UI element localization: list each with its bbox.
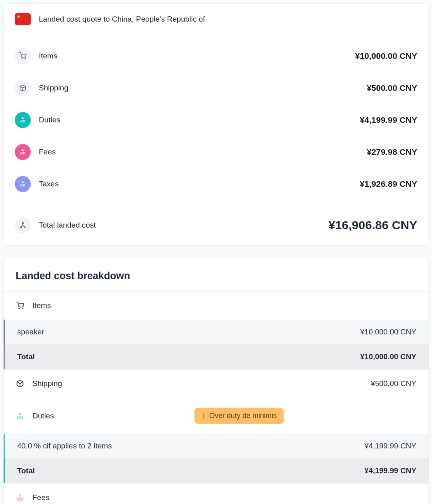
shapes-icon	[16, 412, 24, 420]
shapes-icon	[15, 112, 31, 128]
summary-label: Fees	[39, 148, 56, 156]
svg-rect-8	[23, 152, 25, 154]
summary-row-duties: Duties ¥4,199.99 CNY	[4, 104, 428, 136]
quote-header: Landed cost quote to China, People's Rep…	[4, 4, 428, 35]
cart-icon	[16, 302, 24, 310]
total-value: ¥16,906.86 CNY	[328, 218, 417, 232]
badge-text: Over duty de minimis	[209, 412, 277, 420]
summary-value: ¥4,199.99 CNY	[360, 115, 417, 125]
item-value: ¥10,000.00 CNY	[360, 328, 417, 336]
summary-label: Duties	[39, 116, 60, 124]
summary-row-items: Items ¥10,000.00 CNY	[4, 40, 428, 72]
breakdown-duties-total: Total ¥4,199.99 CNY	[4, 458, 428, 483]
svg-rect-11	[23, 184, 25, 186]
summary-value: ¥500.00 CNY	[367, 83, 417, 93]
summary-row-shipping: Shipping ¥500.00 CNY	[4, 72, 428, 104]
package-icon	[16, 380, 24, 388]
total-label: Total	[17, 466, 35, 475]
svg-point-15	[19, 308, 20, 309]
total-value: ¥4,199.99 CNY	[364, 466, 416, 475]
svg-point-0	[22, 58, 22, 59]
duty-desc: 40.0 % cif applies to 2 items	[17, 442, 112, 450]
breakdown-items-label: Items	[32, 301, 51, 310]
summary-value: ¥1,926.89 CNY	[360, 179, 417, 189]
hierarchy-icon	[15, 217, 31, 233]
shipping-label: Shipping	[32, 379, 62, 388]
svg-point-22	[17, 498, 19, 500]
item-name: speaker	[17, 328, 44, 336]
total-value: ¥10,000.00 CNY	[360, 352, 417, 361]
summary-label: Taxes	[39, 180, 59, 188]
svg-marker-3	[22, 117, 24, 119]
svg-marker-9	[22, 181, 24, 183]
breakdown-duty-row: 40.0 % cif applies to 2 items ¥4,199.99 …	[4, 434, 428, 458]
arrow-up-icon: ↑	[202, 412, 205, 420]
shapes-icon	[15, 144, 31, 160]
over-de-minimis-badge: ↑ Over duty de minimis	[194, 408, 284, 424]
breakdown-duties-head: Duties ↑ Over duty de minimis	[4, 398, 428, 434]
svg-point-1	[25, 58, 26, 59]
duty-value: ¥4,199.99 CNY	[364, 442, 416, 450]
duties-label: Duties	[32, 412, 54, 420]
breakdown-shipping-row: Shipping ¥500.00 CNY	[4, 369, 428, 398]
svg-rect-5	[23, 120, 25, 122]
shapes-icon	[15, 176, 31, 192]
breakdown-fees-head: Fees	[4, 483, 428, 504]
svg-point-7	[21, 152, 22, 154]
summary-row-taxes: Taxes ¥1,926.89 CNY	[4, 168, 428, 200]
svg-rect-20	[21, 416, 23, 418]
breakdown-title: Landed cost breakdown	[4, 258, 428, 292]
svg-point-16	[22, 308, 23, 309]
summary-value: ¥279.98 CNY	[367, 147, 417, 157]
svg-rect-23	[21, 498, 23, 500]
summary-label: Items	[39, 52, 57, 60]
breakdown-items-total: Total ¥10,000.00 CNY	[4, 344, 428, 369]
quote-summary-card: Landed cost quote to China, People's Rep…	[3, 3, 429, 246]
summary-list: Items ¥10,000.00 CNY Shipping ¥500.00 CN…	[4, 35, 428, 205]
svg-marker-6	[22, 149, 24, 151]
total-label: Total	[17, 352, 35, 361]
fees-label: Fees	[32, 493, 49, 502]
breakdown-item-row: speaker ¥10,000.00 CNY	[4, 320, 428, 344]
svg-point-10	[21, 184, 22, 186]
shipping-value: ¥500.00 CNY	[371, 379, 416, 388]
svg-marker-18	[19, 412, 21, 414]
svg-marker-21	[19, 494, 21, 496]
china-flag-icon	[15, 13, 31, 25]
summary-label: Shipping	[39, 84, 68, 92]
total-row: Total landed cost ¥16,906.86 CNY	[4, 205, 428, 245]
summary-row-fees: Fees ¥279.98 CNY	[4, 136, 428, 168]
cart-icon	[15, 48, 31, 64]
package-icon	[15, 80, 31, 96]
svg-point-19	[17, 416, 19, 418]
breakdown-card: Landed cost breakdown Items speaker ¥10,…	[3, 258, 429, 504]
svg-point-4	[21, 120, 22, 122]
total-label: Total landed cost	[39, 221, 96, 230]
breakdown-items-head: Items	[4, 292, 428, 320]
quote-title: Landed cost quote to China, People's Rep…	[39, 15, 205, 24]
shapes-icon	[16, 494, 24, 502]
summary-value: ¥10,000.00 CNY	[355, 51, 417, 61]
